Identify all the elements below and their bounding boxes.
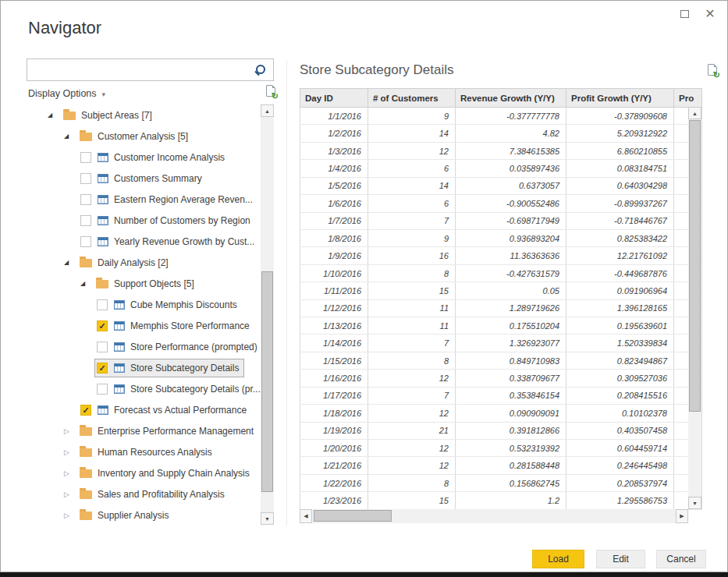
table-cell: 14	[368, 177, 456, 194]
tree-item-label: Number of Customers by Region	[114, 215, 250, 226]
scroll-left-button[interactable]: ◀	[300, 509, 312, 523]
table-row: 1/5/2016140.63730570.640304298	[300, 177, 702, 194]
tree-item[interactable]: ▷ Human Resources Analysis	[45, 441, 261, 462]
table-row: 1/18/2016120.0909090910.10102378	[300, 405, 702, 422]
checkbox[interactable]	[97, 384, 108, 395]
table-icon	[98, 195, 108, 204]
scroll-up-button[interactable]: ▲	[261, 104, 274, 117]
cancel-button[interactable]: Cancel	[656, 550, 706, 568]
tree-item[interactable]: Customers Summary	[45, 168, 261, 189]
table-cell: 11	[368, 299, 456, 317]
tree-item-label: Supplier Analysis	[98, 510, 169, 521]
checkbox[interactable]: ✓	[97, 363, 108, 373]
tree-item[interactable]: Customer Income Analysis	[45, 147, 261, 168]
checkbox[interactable]	[80, 173, 91, 184]
expand-icon[interactable]: ▷	[64, 512, 75, 519]
table-hscrollbar[interactable]: ◀ ▶	[300, 509, 688, 523]
scroll-down-button[interactable]: ▼	[688, 497, 701, 509]
table-cell: 4.82	[456, 125, 566, 142]
expand-icon[interactable]: ▷	[64, 469, 75, 477]
table-row: 1/15/201680.8497109830.823494867	[300, 352, 702, 369]
scroll-down-button[interactable]: ▼	[261, 512, 274, 525]
tree-item[interactable]: ◢ Daily Analysis [2]	[45, 252, 261, 273]
tree-item[interactable]: Cube Memphis Discounts	[45, 294, 261, 315]
tree-item[interactable]: ▷ Supplier Analysis	[45, 504, 261, 526]
tree-item[interactable]: ◢ Customer Analysis [5]	[45, 126, 261, 147]
tree-indent	[45, 409, 78, 410]
tree-scrollbar[interactable]: ▲ ▼	[261, 104, 274, 525]
collapse-icon[interactable]: ◢	[64, 133, 75, 140]
table-row: 1/9/20161611.3636363612.21761092	[300, 247, 702, 264]
table-scroll-thumb[interactable]	[689, 120, 701, 412]
display-options[interactable]: Display Options ▾	[28, 83, 278, 104]
checkbox[interactable]	[80, 236, 91, 247]
table-hscroll-thumb[interactable]	[314, 510, 392, 522]
tree-item[interactable]: Store Subcategory Details (pr...	[45, 378, 261, 399]
collapse-icon[interactable]: ◢	[64, 259, 75, 266]
tree-indent	[45, 388, 94, 389]
tree-item[interactable]: ▷ Inventory and Supply Chain Analysis	[45, 462, 261, 483]
maximize-button[interactable]	[677, 7, 691, 21]
refresh-tree-icon[interactable]	[266, 85, 275, 97]
table-row: 1/11/2016150.050.091906964	[300, 282, 702, 299]
table-cell: 0.604459714	[566, 440, 674, 457]
checkbox[interactable]: ✓	[97, 320, 108, 331]
collapse-icon[interactable]: ◢	[80, 280, 91, 287]
scroll-right-button[interactable]: ▶	[676, 509, 688, 523]
tree-indent	[45, 325, 94, 326]
table-cell: 0.091906964	[566, 282, 674, 299]
tree-item[interactable]: ✓ Forecast vs Actual Performance	[45, 399, 261, 420]
tree-item[interactable]: ✓ Memphis Store Performance	[45, 315, 261, 336]
scroll-up-button[interactable]: ▲	[688, 107, 701, 119]
tree-item[interactable]: ◢ Subject Areas [7]	[45, 104, 261, 126]
table-cell: 12.21761092	[566, 247, 674, 264]
folder-icon	[96, 280, 108, 288]
search-input[interactable]	[27, 59, 254, 80]
close-button[interactable]: ✕	[702, 4, 718, 23]
table-cell: 0.083184751	[566, 160, 674, 177]
search-icon[interactable]	[254, 64, 267, 76]
display-options-button[interactable]: Display Options	[28, 88, 97, 99]
table-cell: 7	[368, 387, 456, 404]
collapse-icon[interactable]: ◢	[48, 112, 59, 119]
table-cell: 0.035897436	[456, 160, 566, 177]
table-scrollbar[interactable]: ▲ ▼	[688, 107, 701, 509]
folder-icon	[80, 133, 92, 141]
table-cell: 1/3/2016	[300, 142, 368, 159]
tree-item[interactable]: ✓ Store Subcategory Details	[45, 357, 261, 378]
table-cell: -0.378909608	[566, 108, 674, 125]
checkbox[interactable]: ✓	[80, 405, 91, 416]
checkbox[interactable]	[80, 194, 91, 205]
tree-item-label: Memphis Store Performance	[130, 320, 250, 331]
tree-item[interactable]: ▷ Sales and Profitability Analysis	[45, 483, 261, 504]
refresh-preview-icon[interactable]	[708, 64, 717, 76]
tree-indent	[45, 430, 62, 431]
checkbox[interactable]	[97, 299, 108, 310]
expand-icon[interactable]: ▷	[64, 448, 75, 456]
navigator-dialog: ✕ Navigator Display Options ▾ ◢ Subject …	[0, 0, 728, 572]
tree-item[interactable]: ▷ Enterprise Performance Management	[45, 420, 261, 441]
checkbox[interactable]	[80, 215, 91, 226]
column-header: Profit Growth (Y/Y)	[566, 89, 674, 108]
table-cell: 1/5/2016	[300, 177, 368, 194]
tree-scroll-thumb[interactable]	[261, 271, 273, 492]
edit-button[interactable]: Edit	[596, 550, 645, 568]
table-cell: 1.295586753	[566, 492, 674, 509]
table-cell: -0.427631579	[456, 264, 566, 281]
table-cell: 1/2/2016	[300, 125, 368, 142]
tree-item[interactable]: Eastern Region Average Reven...	[45, 189, 261, 210]
folder-icon	[80, 469, 92, 478]
tree-item-label: Customers Summary	[114, 173, 202, 184]
tree-item[interactable]: Number of Customers by Region	[45, 210, 261, 231]
checkbox[interactable]	[80, 152, 91, 163]
tree-item[interactable]: ◢ Support Objects [5]	[45, 273, 261, 294]
tree-item[interactable]: Store Performance (prompted)	[45, 336, 261, 357]
navigator-tree: ◢ Subject Areas [7] ◢ Customer Analysis …	[27, 104, 261, 529]
expand-icon[interactable]: ▷	[64, 427, 75, 435]
expand-icon[interactable]: ▷	[64, 490, 75, 498]
checkbox[interactable]	[97, 342, 108, 352]
load-button[interactable]: Load	[532, 550, 584, 568]
preview-title: Store Subcategory Details	[300, 62, 454, 78]
table-row: 1/1/20169-0.377777778-0.378909608	[300, 108, 702, 125]
tree-item[interactable]: Yearly Revenue Growth by Cust...	[45, 231, 261, 252]
